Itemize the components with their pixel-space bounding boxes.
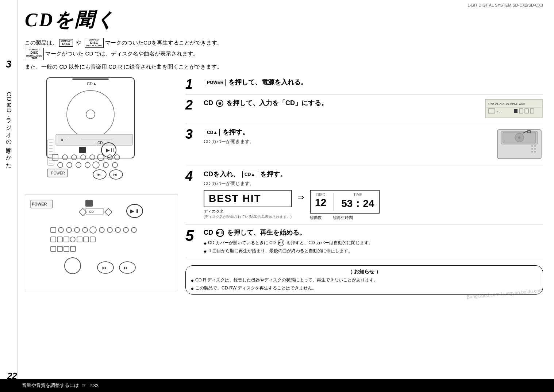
step3-device-svg (496, 128, 543, 161)
svg-point-53 (66, 227, 72, 232)
svg-rect-64 (64, 237, 69, 242)
svg-point-21 (67, 162, 72, 168)
step-4-post: を押す。 (260, 170, 286, 178)
title-section: CDを聞く (25, 7, 543, 33)
svg-point-52 (58, 227, 64, 232)
step-5-pre: CD (204, 229, 215, 236)
svg-rect-67 (84, 237, 89, 242)
step-5-content: CD ▶⏸ を押して、再生を始める。 ◆ CD カバーが開いているときに CD … (204, 228, 543, 254)
svg-point-4 (86, 110, 95, 119)
svg-point-61 (131, 227, 136, 232)
step-2-row: CD ◉ を押して、入力を「CD」にする。 USB CHO CHO MENU A… (204, 99, 543, 120)
step-5-bullet-1-text: CD カバーが開いているときに CD (208, 239, 276, 246)
intro-section: この製品は、 COMPACTDISC や COMPACTDISCDIGITAL … (25, 36, 543, 71)
step-3-number: 3 (185, 128, 200, 141)
svg-text:CD▲: CD▲ (87, 81, 97, 86)
total-time-item: TIME 53：24 (341, 193, 374, 211)
play-pause-circle: ▶⏸ (216, 229, 224, 237)
track-info-right: DISC 12 TIME 53：24 (310, 190, 379, 220)
svg-rect-51 (51, 227, 56, 232)
play-icon-small: ▶⏸ (278, 239, 284, 246)
step-1-title-post: を押して、電源を入れる。 (228, 78, 307, 86)
svg-point-26 (112, 162, 118, 168)
notice-item-2-text: この製品で、CD-RW ディスクを再生することはできません。 (195, 285, 316, 291)
svg-point-25 (103, 162, 108, 168)
intro-line1: この製品は、 COMPACTDISC や COMPACTDISCDIGITAL … (25, 38, 543, 48)
svg-point-58 (107, 227, 112, 232)
svg-text:│: │ (489, 109, 491, 114)
step-2: 2 CD ◉ を押して、入力を「CD」にする。 USB (185, 95, 543, 124)
intro-line2-post: マークがついた CD では、ディスク名や曲名が表示されます。 (45, 50, 199, 57)
cd-player-illustration: CD▲ ■ · · · · ─CD─ ▶⏸ (25, 74, 178, 189)
svg-text:POWER: POWER (32, 202, 47, 206)
svg-point-13 (62, 155, 68, 160)
cd-player-svg: CD▲ ■ · · · · ─CD─ ▶⏸ (25, 74, 163, 187)
svg-rect-12 (52, 154, 58, 160)
step-5: 5 CD ▶⏸ を押して、再生を始める。 ◆ CD カバーが開いているときに C… (185, 224, 543, 258)
best-hit-box: BEST HIT (204, 190, 292, 207)
svg-point-96 (534, 148, 536, 150)
total-time-value: 53：24 (341, 197, 374, 211)
diamond-1: ◆ (204, 241, 207, 246)
footer-icon: ☞ (82, 383, 86, 388)
step-3-left: CD▲ を押す。 CD カバーが開きます。 (204, 128, 254, 145)
svg-rect-69 (51, 246, 56, 251)
svg-text:⏭: ⏭ (124, 265, 128, 270)
right-col: 1 POWER を押して、電源を入れる。 2 CD (185, 74, 543, 385)
svg-point-3 (67, 91, 114, 138)
intro-line3: また、一般の CD 以外にも音楽用 CD-R に録音された曲を聞くことができます… (25, 62, 543, 71)
intro-line1-post: マークのついたCDを再生することができます。 (105, 39, 223, 46)
notice-item-1-text: CD-R ディスクは、録音した機器やディスクの状態によって、再生できないことがあ… (195, 277, 378, 283)
step-5-number: 5 (185, 228, 200, 243)
step-3-image (496, 128, 543, 162)
notice-item-2: ◆ この製品で、CD-RW ディスクを再生することはできません。 (191, 285, 538, 291)
svg-point-56 (90, 227, 96, 233)
main-content: 1-BIT DIGITAL SYSTEM SD-CX2/SD-CX3 CDを聞く… (18, 0, 554, 392)
svg-point-24 (93, 162, 99, 168)
step-1-content: POWER を押して、電源を入れる。 (204, 78, 543, 87)
notice-title-paren-close: ） (376, 269, 381, 274)
track-info-divider (334, 193, 334, 211)
notice-section: （ お知らせ ） ◆ CD-R ディスクは、録音した機器やディスクの状態によって… (185, 265, 543, 295)
step-2-pre: CD (204, 99, 215, 107)
track-count-item: DISC 12 (315, 193, 326, 211)
track-info-box: DISC 12 TIME 53：24 (310, 190, 379, 214)
step-2-display: USB CHO CHO MENU AUX │ \ · · (485, 99, 543, 120)
step-5-bullet-2: ◆ １曲目から順に再生が始まり、最後の曲が終わると自動的に停止します。 (204, 247, 543, 254)
step-4: 4 CDを入れ、 CD▲ を押す。 CD カバーが閉じます。 B (185, 166, 543, 224)
svg-text:⏭: ⏭ (113, 172, 117, 177)
intro-line2: COMPACTDISCDIGITAL AUDIOTEXT マークがついた CD … (25, 48, 543, 60)
total-time-label: 総再生時間 (333, 215, 353, 220)
two-col: CD▲ ■ · · · · ─CD─ ▶⏸ (25, 74, 543, 385)
vertical-text: CD・MD・ラジオの聞きかた (5, 92, 12, 166)
disc-badge-2: COMPACTDISCDIGITAL AUDIO (85, 38, 104, 48)
svg-rect-0 (47, 78, 134, 158)
svg-rect-27 (47, 140, 54, 165)
step-5-title: CD ▶⏸ を押して、再生を始める。 (204, 228, 543, 237)
track-count-value: 12 (315, 197, 326, 208)
disc-name-label: ディスク名 (204, 209, 292, 214)
svg-marker-48 (105, 208, 112, 216)
svg-text:▶⏸: ▶⏸ (130, 208, 139, 214)
notice-wrapper: （ お知らせ ） ◆ CD-R ディスクは、録音した機器やディスクの状態によって… (185, 262, 543, 295)
svg-rect-68 (90, 237, 95, 242)
svg-rect-45 (85, 208, 104, 214)
step-5-post: を押して、再生を始める。 (227, 229, 306, 236)
svg-point-20 (58, 162, 63, 168)
svg-point-60 (123, 227, 128, 232)
svg-point-19 (115, 155, 120, 160)
step-1-number: 1 (185, 78, 200, 91)
svg-point-23 (85, 162, 90, 168)
svg-point-95 (531, 148, 533, 150)
power-icon-step1: POWER (205, 79, 226, 87)
footer-text: 音量や音質を調整するには (22, 382, 79, 389)
controls-diagram: POWER CD ▶⏸ (25, 194, 178, 291)
svg-point-14 (72, 155, 77, 160)
best-hit-left: BEST HIT ディスク名 (ディスク名が記録されているCDのみ表示されます。… (204, 190, 292, 219)
footer-ref: P.33 (89, 383, 99, 388)
svg-text:■ · · · ·: ■ · · · · (61, 138, 70, 142)
intro-line1-pre: この製品は、 (25, 39, 58, 46)
total-count-label: 総曲数 (310, 215, 322, 220)
svg-point-97 (531, 151, 533, 153)
disc-label-top: DISC (315, 193, 326, 197)
